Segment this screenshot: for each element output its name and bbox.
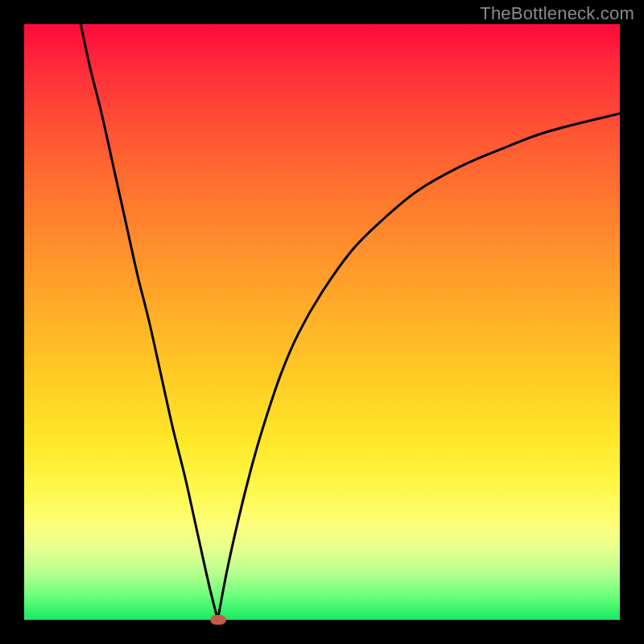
chart-canvas: TheBottleneck.com [0,0,644,644]
watermark-text: TheBottleneck.com [480,3,634,24]
minimum-marker [210,615,226,625]
plot-area [24,24,620,620]
